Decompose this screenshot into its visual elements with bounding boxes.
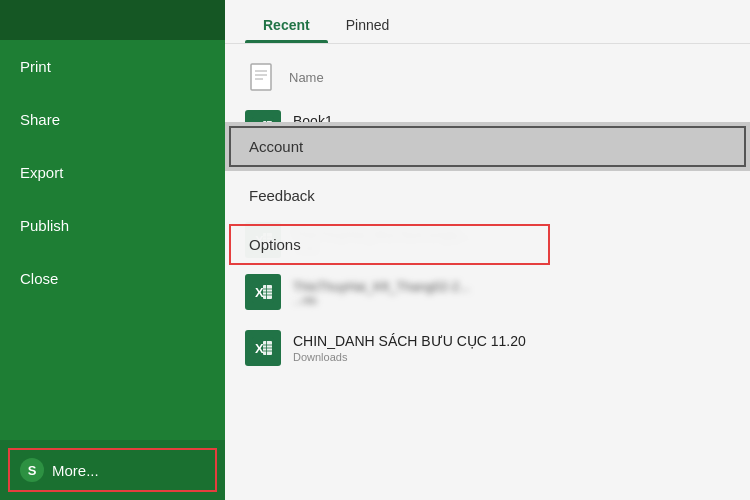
tab-recent[interactable]: Recent — [245, 7, 328, 43]
sidebar-item-print-label: Print — [20, 58, 51, 75]
more-icon: S — [20, 458, 44, 482]
options-label: Options — [249, 236, 301, 253]
file-row-danh-sach[interactable]: X CHIN_DANH SÁCH BƯU CỤC 11.20 Downloads — [225, 322, 750, 374]
sidebar-top — [0, 0, 225, 40]
sidebar: Print Share Export Publish Close S More.… — [0, 0, 225, 500]
sidebar-item-more[interactable]: S More... — [0, 440, 225, 500]
svg-text:X: X — [255, 285, 264, 300]
excel-icon-blurred2: X — [245, 274, 281, 310]
sidebar-item-print[interactable]: Print — [0, 40, 225, 93]
file-path-danh-sach: Downloads — [293, 351, 526, 363]
file-info-danh-sach: CHIN_DANH SÁCH BƯU CỤC 11.20 Downloads — [293, 333, 526, 363]
overlay-item-options[interactable]: Options — [225, 220, 750, 269]
excel-icon-danh-sach: X — [245, 330, 281, 366]
overlay-menu: Account Feedback Options — [225, 122, 750, 269]
file-name-danh-sach: CHIN_DANH SÁCH BƯU CỤC 11.20 — [293, 333, 526, 349]
svg-rect-0 — [251, 64, 271, 90]
sidebar-item-share-label: Share — [20, 111, 60, 128]
file-header-icon — [245, 58, 277, 96]
blurred-name2: ThisThuyHai_Kft_Thang02-2... — [293, 279, 470, 294]
sidebar-items: Print Share Export Publish Close S More.… — [0, 40, 225, 500]
blurred-file-info2: ThisThuyHai_Kft_Thang02-2... ...nts — [293, 279, 470, 306]
account-border — [229, 126, 746, 167]
sidebar-item-close[interactable]: Close — [0, 252, 225, 305]
file-list-header: Name — [225, 52, 750, 102]
blurred-path2: ...nts — [293, 294, 470, 306]
file-list: Name X Book1 Documents — [225, 44, 750, 500]
sidebar-item-export-label: Export — [20, 164, 63, 181]
main-content: Recent Pinned Name X — [225, 0, 750, 500]
file-row-blurred2[interactable]: X ThisThuyHai_Kft_Thang02-2... ...nts — [225, 266, 750, 318]
tab-pinned[interactable]: Pinned — [328, 7, 408, 43]
sidebar-item-publish[interactable]: Publish — [0, 199, 225, 252]
name-column-header: Name — [289, 70, 324, 85]
sidebar-item-share[interactable]: Share — [0, 93, 225, 146]
feedback-label: Feedback — [249, 187, 315, 204]
overlay-item-account[interactable]: Account — [225, 122, 750, 171]
account-label: Account — [249, 138, 303, 155]
sidebar-item-publish-label: Publish — [20, 217, 69, 234]
tabs-bar: Recent Pinned — [225, 0, 750, 44]
sidebar-item-more-label: More... — [52, 462, 99, 479]
svg-text:X: X — [255, 341, 264, 356]
overlay-item-feedback[interactable]: Feedback — [225, 171, 750, 220]
sidebar-item-close-label: Close — [20, 270, 58, 287]
sidebar-item-export[interactable]: Export — [0, 146, 225, 199]
